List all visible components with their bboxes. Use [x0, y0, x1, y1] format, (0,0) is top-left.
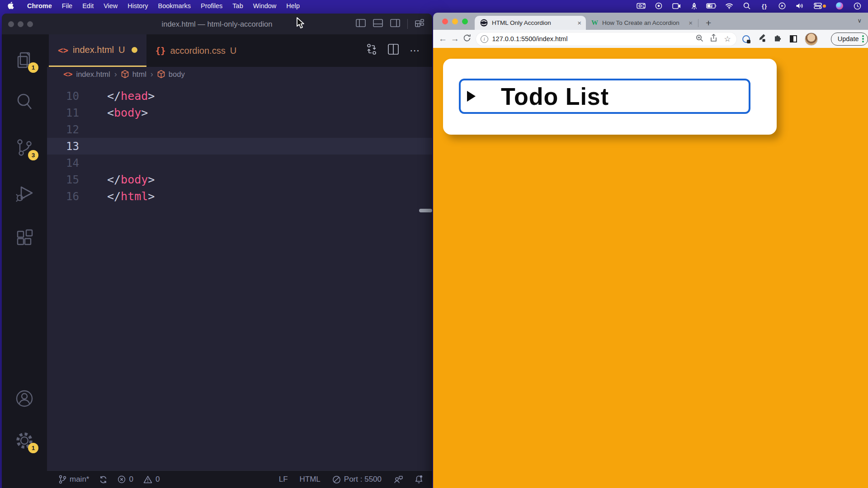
chrome-window-controls[interactable] — [442, 19, 468, 24]
chrome-toolbar: ← → i 127.0.0.1:5500/index.html ☆ — [433, 30, 868, 48]
control-center-icon[interactable] — [813, 2, 826, 10]
close-tab-icon[interactable]: × — [577, 19, 581, 27]
dirty-dot-icon[interactable] — [132, 47, 137, 53]
file-type-icon: {} — [156, 46, 166, 56]
tab-label: index.html — [73, 45, 114, 55]
reload-button[interactable] — [461, 34, 473, 44]
menu-tab[interactable]: Tab — [227, 2, 248, 9]
menu-help[interactable]: Help — [281, 2, 305, 9]
update-menu-dots-icon — [862, 35, 864, 42]
forward-button[interactable]: → — [449, 34, 461, 44]
zoom-icon[interactable] — [696, 34, 703, 44]
chrome-tab-strip: HTML Only Accordion×WHow To Create an Ac… — [433, 13, 868, 30]
eol-indicator[interactable]: LF — [279, 475, 288, 484]
open-changes-icon[interactable] — [366, 43, 377, 58]
clock-icon[interactable] — [853, 2, 862, 10]
activity-source-control-icon[interactable]: 3 — [2, 134, 47, 161]
editor-tab-accordion.css[interactable]: {}accordion.cssU — [146, 34, 246, 67]
activity-run-debug-icon[interactable] — [2, 179, 47, 206]
accordion-summary[interactable]: Todo List — [459, 79, 750, 114]
git-branch-status[interactable]: main* — [59, 475, 89, 484]
activity-extensions-icon[interactable] — [2, 225, 47, 252]
close-window-button[interactable] — [442, 19, 448, 24]
vscode-tab-strip: <>index.htmlU{}accordion.cssU ⋯ — [47, 34, 432, 67]
colorpicker-extension-icon[interactable] — [758, 33, 766, 44]
video-icon[interactable] — [672, 2, 681, 10]
browser-tab-2[interactable]: WHow To Create an Accordion× — [586, 16, 697, 30]
browser-tab-1[interactable]: HTML Only Accordion× — [475, 16, 586, 30]
site-info-icon[interactable]: i — [481, 35, 488, 43]
customize-layout-icon[interactable] — [415, 19, 424, 29]
menu-window[interactable]: Window — [248, 2, 282, 9]
breadcrumb-item-html[interactable]: html — [121, 70, 146, 79]
toggle-secondary-sidebar-icon[interactable] — [390, 19, 400, 29]
rocket-icon[interactable] — [689, 2, 698, 10]
menu-view[interactable]: View — [99, 2, 123, 9]
language-mode[interactable]: HTML — [300, 475, 321, 484]
braces-icon[interactable]: {} — [760, 2, 769, 10]
screen-record-icon[interactable] — [637, 2, 646, 10]
profile-avatar[interactable] — [805, 33, 818, 46]
search-icon[interactable] — [742, 2, 751, 10]
battery-icon[interactable] — [707, 2, 716, 10]
activity-accounts-icon[interactable] — [2, 385, 47, 412]
toggle-sidebar-icon[interactable] — [356, 19, 366, 29]
code-line-15[interactable]: 15</body> — [47, 171, 432, 188]
bookmark-star-icon[interactable]: ☆ — [724, 34, 731, 44]
new-tab-button[interactable]: + — [702, 18, 715, 28]
share-icon[interactable] — [710, 34, 717, 44]
menu-bookmarks[interactable]: Bookmarks — [153, 2, 196, 9]
code-line-11[interactable]: 11<body> — [47, 104, 432, 121]
sync-changes-button[interactable] — [99, 475, 108, 484]
url-text[interactable]: 127.0.0.1:5500/index.html — [492, 35, 696, 42]
code-text: </body> — [79, 173, 155, 186]
w3schools-favicon: W — [591, 19, 598, 27]
play-icon[interactable] — [778, 2, 787, 10]
extensions-puzzle-icon[interactable] — [774, 34, 782, 44]
breadcrumb-item-body[interactable]: body — [157, 70, 185, 79]
tab-search-chevron-icon[interactable]: ∨ — [857, 17, 862, 24]
apple-icon[interactable] — [7, 2, 14, 10]
vscode-title-bar[interactable]: index.html — html-only-accordion — [2, 14, 432, 34]
split-editor-icon[interactable] — [388, 44, 399, 57]
activity-search-icon[interactable] — [2, 88, 47, 115]
menu-profiles[interactable]: Profiles — [196, 2, 227, 9]
code-line-16[interactable]: 16</html> — [47, 188, 432, 205]
volume-icon[interactable] — [795, 2, 804, 10]
vscode-window: index.html — html-only-accordion 131 <>i… — [2, 14, 432, 488]
close-tab-icon[interactable]: × — [689, 19, 693, 27]
menu-file[interactable]: File — [57, 2, 77, 9]
record-icon[interactable] — [654, 2, 663, 10]
editor-tab-index.html[interactable]: <>index.htmlU — [49, 34, 146, 67]
menu-chrome[interactable]: Chrome — [22, 2, 57, 9]
minimize-window-button[interactable] — [452, 19, 458, 24]
code-editor[interactable]: 10</head>11<body>12131415</body>16</html… — [47, 81, 432, 470]
code-line-13[interactable]: 13 — [47, 138, 432, 155]
editor-scrollbar-handle[interactable] — [419, 209, 432, 212]
back-button[interactable]: ← — [437, 34, 449, 44]
siri-icon[interactable] — [835, 2, 844, 10]
dark-reader-extension-icon[interactable] — [790, 35, 797, 42]
menu-edit[interactable]: Edit — [77, 2, 99, 9]
more-actions-icon[interactable]: ⋯ — [410, 45, 420, 56]
notifications-bell-icon[interactable] — [415, 475, 423, 484]
activity-settings-icon[interactable]: 1 — [2, 427, 47, 454]
zoom-window-button[interactable] — [462, 19, 468, 24]
code-line-10[interactable]: 10</head> — [47, 88, 432, 104]
code-line-14[interactable]: 14 — [47, 155, 432, 171]
code-line-12[interactable]: 12 — [47, 121, 432, 138]
macos-menu-bar: ChromeFileEditViewHistoryBookmarksProfil… — [0, 0, 868, 12]
live-server-port[interactable]: Port : 5500 — [332, 475, 382, 484]
update-chrome-button[interactable]: Update — [831, 33, 868, 46]
problems-errors[interactable]: 0 — [118, 475, 133, 484]
activity-explorer-icon[interactable]: 1 — [2, 47, 47, 74]
live-share-icon[interactable] — [393, 475, 403, 484]
menu-history[interactable]: History — [123, 2, 153, 9]
problems-warnings[interactable]: 0 — [143, 475, 160, 484]
extension-session-icon[interactable] — [742, 35, 750, 43]
toggle-panel-icon[interactable] — [373, 19, 383, 29]
address-bar[interactable]: i 127.0.0.1:5500/index.html ☆ — [476, 33, 736, 46]
wifi-icon[interactable] — [725, 2, 734, 10]
breadcrumb-item-index.html[interactable]: <>index.html — [63, 70, 110, 79]
cube-icon — [121, 70, 129, 78]
